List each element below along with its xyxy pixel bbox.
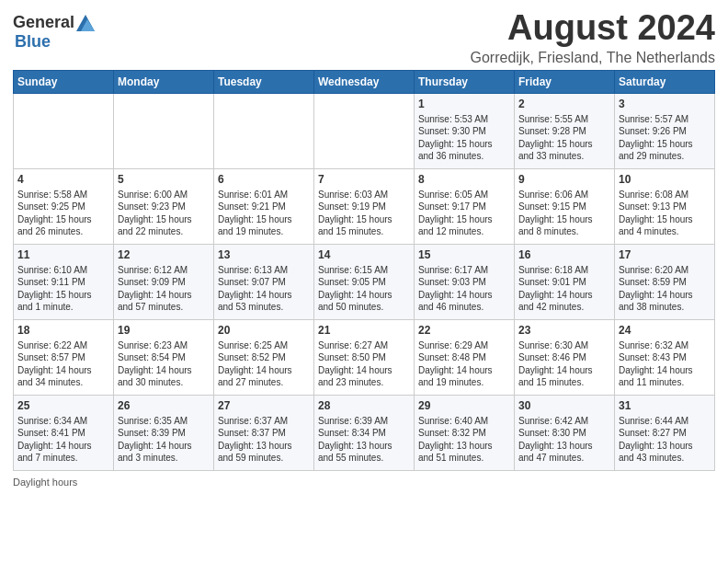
- calendar-cell: 25Sunrise: 6:34 AMSunset: 8:41 PMDayligh…: [14, 395, 114, 470]
- calendar-cell: 11Sunrise: 6:10 AMSunset: 9:11 PMDayligh…: [14, 244, 114, 319]
- calendar-cell: 17Sunrise: 6:20 AMSunset: 8:59 PMDayligh…: [615, 244, 715, 319]
- day-info: Sunrise: 6:06 AMSunset: 9:15 PMDaylight:…: [518, 189, 610, 238]
- day-number: 16: [518, 247, 610, 262]
- day-info: Sunrise: 6:27 AMSunset: 8:50 PMDaylight:…: [318, 339, 410, 389]
- day-number: 17: [619, 247, 711, 262]
- day-number: 27: [218, 398, 310, 413]
- day-number: 7: [318, 172, 410, 187]
- col-sunday: Sunday: [14, 70, 114, 93]
- calendar-cell: [14, 93, 114, 168]
- logo-icon: [76, 15, 95, 31]
- day-number: 24: [619, 323, 711, 338]
- day-number: 31: [619, 398, 711, 413]
- day-info: Sunrise: 6:12 AMSunset: 9:09 PMDaylight:…: [118, 264, 210, 314]
- col-wednesday: Wednesday: [314, 70, 415, 93]
- day-number: 10: [619, 172, 711, 187]
- day-info: Sunrise: 6:37 AMSunset: 8:37 PMDaylight:…: [218, 415, 310, 465]
- day-number: 12: [118, 247, 210, 262]
- calendar-cell: 28Sunrise: 6:39 AMSunset: 8:34 PMDayligh…: [314, 395, 415, 470]
- day-number: 14: [318, 247, 410, 262]
- calendar-cell: 31Sunrise: 6:44 AMSunset: 8:27 PMDayligh…: [615, 395, 715, 470]
- header: General Blue August 2024 Gorredijk, Frie…: [13, 9, 715, 66]
- day-number: 30: [518, 398, 610, 413]
- calendar-cell: 8Sunrise: 6:05 AMSunset: 9:17 PMDaylight…: [415, 168, 515, 244]
- day-info: Sunrise: 6:13 AMSunset: 9:07 PMDaylight:…: [218, 264, 310, 314]
- day-info: Sunrise: 6:10 AMSunset: 9:11 PMDaylight:…: [17, 264, 109, 314]
- calendar-cell: 24Sunrise: 6:32 AMSunset: 8:43 PMDayligh…: [615, 319, 715, 395]
- day-number: 19: [118, 323, 210, 338]
- calendar-cell: [314, 93, 415, 168]
- day-number: 21: [318, 323, 410, 338]
- day-number: 11: [17, 247, 109, 262]
- day-info: Sunrise: 5:58 AMSunset: 9:25 PMDaylight:…: [17, 189, 109, 238]
- day-info: Sunrise: 6:44 AMSunset: 8:27 PMDaylight:…: [619, 415, 711, 465]
- day-info: Sunrise: 6:23 AMSunset: 8:54 PMDaylight:…: [118, 339, 210, 389]
- col-friday: Friday: [515, 70, 615, 93]
- day-info: Sunrise: 5:55 AMSunset: 9:28 PMDaylight:…: [518, 113, 610, 163]
- day-info: Sunrise: 6:18 AMSunset: 9:01 PMDaylight:…: [518, 264, 610, 314]
- calendar-cell: 10Sunrise: 6:08 AMSunset: 9:13 PMDayligh…: [615, 168, 715, 244]
- logo-area: General Blue: [13, 9, 95, 52]
- day-info: Sunrise: 6:08 AMSunset: 9:13 PMDaylight:…: [619, 189, 711, 238]
- calendar-cell: 14Sunrise: 6:15 AMSunset: 9:05 PMDayligh…: [314, 244, 415, 319]
- calendar-week-2: 4Sunrise: 5:58 AMSunset: 9:25 PMDaylight…: [14, 168, 715, 244]
- calendar-header-row: Sunday Monday Tuesday Wednesday Thursday…: [14, 70, 715, 93]
- day-number: 3: [619, 97, 711, 111]
- calendar-week-3: 11Sunrise: 6:10 AMSunset: 9:11 PMDayligh…: [14, 244, 715, 319]
- day-info: Sunrise: 5:57 AMSunset: 9:26 PMDaylight:…: [619, 113, 711, 163]
- calendar: Sunday Monday Tuesday Wednesday Thursday…: [13, 70, 715, 471]
- col-saturday: Saturday: [615, 70, 715, 93]
- logo-blue: Blue: [15, 32, 51, 51]
- day-info: Sunrise: 6:03 AMSunset: 9:19 PMDaylight:…: [318, 189, 410, 238]
- day-number: 20: [218, 323, 310, 338]
- calendar-week-1: 1Sunrise: 5:53 AMSunset: 9:30 PMDaylight…: [14, 93, 715, 168]
- col-thursday: Thursday: [415, 70, 515, 93]
- day-info: Sunrise: 6:34 AMSunset: 8:41 PMDaylight:…: [17, 415, 109, 465]
- day-number: 13: [218, 247, 310, 262]
- day-number: 15: [418, 247, 510, 262]
- subtitle: Gorredijk, Friesland, The Netherlands: [471, 50, 716, 66]
- calendar-cell: 26Sunrise: 6:35 AMSunset: 8:39 PMDayligh…: [114, 395, 214, 470]
- day-info: Sunrise: 6:40 AMSunset: 8:32 PMDaylight:…: [418, 415, 510, 465]
- calendar-cell: 22Sunrise: 6:29 AMSunset: 8:48 PMDayligh…: [415, 319, 515, 395]
- day-number: 4: [17, 172, 109, 187]
- day-info: Sunrise: 6:30 AMSunset: 8:46 PMDaylight:…: [518, 339, 610, 389]
- calendar-cell: 18Sunrise: 6:22 AMSunset: 8:57 PMDayligh…: [14, 319, 114, 395]
- day-number: 28: [318, 398, 410, 413]
- calendar-cell: 29Sunrise: 6:40 AMSunset: 8:32 PMDayligh…: [415, 395, 515, 470]
- calendar-cell: 23Sunrise: 6:30 AMSunset: 8:46 PMDayligh…: [515, 319, 615, 395]
- day-info: Sunrise: 6:35 AMSunset: 8:39 PMDaylight:…: [118, 415, 210, 465]
- title-area: August 2024 Gorredijk, Friesland, The Ne…: [471, 9, 716, 66]
- logo-general: General: [13, 13, 74, 32]
- day-number: 26: [118, 398, 210, 413]
- day-number: 8: [418, 172, 510, 187]
- page: General Blue August 2024 Gorredijk, Frie…: [0, 0, 728, 563]
- calendar-cell: 12Sunrise: 6:12 AMSunset: 9:09 PMDayligh…: [114, 244, 214, 319]
- calendar-cell: 21Sunrise: 6:27 AMSunset: 8:50 PMDayligh…: [314, 319, 415, 395]
- day-number: 18: [17, 323, 109, 338]
- calendar-cell: 6Sunrise: 6:01 AMSunset: 9:21 PMDaylight…: [214, 168, 314, 244]
- day-info: Sunrise: 6:29 AMSunset: 8:48 PMDaylight:…: [418, 339, 510, 389]
- day-info: Sunrise: 6:17 AMSunset: 9:03 PMDaylight:…: [418, 264, 510, 314]
- day-info: Sunrise: 6:00 AMSunset: 9:23 PMDaylight:…: [118, 189, 210, 238]
- day-number: 23: [518, 323, 610, 338]
- day-number: 9: [518, 172, 610, 187]
- day-number: 29: [418, 398, 510, 413]
- day-info: Sunrise: 6:39 AMSunset: 8:34 PMDaylight:…: [318, 415, 410, 465]
- calendar-cell: 15Sunrise: 6:17 AMSunset: 9:03 PMDayligh…: [415, 244, 515, 319]
- col-monday: Monday: [114, 70, 214, 93]
- calendar-cell: 9Sunrise: 6:06 AMSunset: 9:15 PMDaylight…: [515, 168, 615, 244]
- logo: General: [13, 13, 95, 32]
- calendar-cell: 5Sunrise: 6:00 AMSunset: 9:23 PMDaylight…: [114, 168, 214, 244]
- calendar-week-5: 25Sunrise: 6:34 AMSunset: 8:41 PMDayligh…: [14, 395, 715, 470]
- calendar-cell: 7Sunrise: 6:03 AMSunset: 9:19 PMDaylight…: [314, 168, 415, 244]
- calendar-cell: 1Sunrise: 5:53 AMSunset: 9:30 PMDaylight…: [415, 93, 515, 168]
- calendar-cell: 19Sunrise: 6:23 AMSunset: 8:54 PMDayligh…: [114, 319, 214, 395]
- day-info: Sunrise: 6:05 AMSunset: 9:17 PMDaylight:…: [418, 189, 510, 238]
- footer-note: Daylight hours: [13, 477, 715, 488]
- day-number: 25: [17, 398, 109, 413]
- day-info: Sunrise: 6:42 AMSunset: 8:30 PMDaylight:…: [518, 415, 610, 465]
- calendar-cell: 13Sunrise: 6:13 AMSunset: 9:07 PMDayligh…: [214, 244, 314, 319]
- day-info: Sunrise: 6:15 AMSunset: 9:05 PMDaylight:…: [318, 264, 410, 314]
- col-tuesday: Tuesday: [214, 70, 314, 93]
